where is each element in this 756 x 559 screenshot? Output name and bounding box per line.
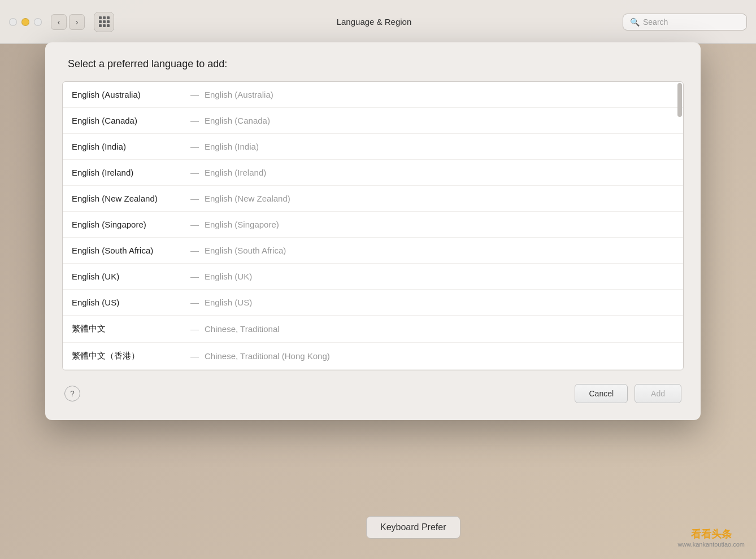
- language-item[interactable]: English (Ireland) — English (Ireland): [63, 160, 683, 186]
- language-dash: —: [190, 272, 199, 281]
- grid-icon: [99, 16, 110, 27]
- language-dash: —: [190, 324, 199, 334]
- window-controls: [9, 18, 42, 26]
- language-list-container: English (Australia) — English (Australia…: [62, 81, 684, 370]
- language-native-name: 繁體中文（香港）: [72, 351, 185, 361]
- search-placeholder: Search: [643, 18, 668, 27]
- language-english-name: English (Singapore): [205, 220, 279, 229]
- add-button[interactable]: Add: [635, 384, 681, 403]
- language-english-name: English (South Africa): [205, 246, 286, 255]
- language-native-name: English (Australia): [72, 90, 185, 99]
- language-item[interactable]: English (Australia) — English (Australia…: [63, 82, 683, 108]
- language-item[interactable]: English (Canada) — English (Canada): [63, 108, 683, 134]
- language-native-name: English (India): [72, 142, 185, 151]
- language-native-name: English (US): [72, 298, 185, 307]
- language-item[interactable]: English (UK) — English (UK): [63, 264, 683, 290]
- title-bar: ‹ › Language & Region 🔍 Search: [0, 0, 756, 44]
- language-item[interactable]: English (South Africa) — English (South …: [63, 238, 683, 264]
- back-icon: ‹: [58, 18, 60, 27]
- language-english-name: English (Australia): [205, 90, 273, 99]
- language-add-dialog: Select a preferred language to add: Engl…: [45, 42, 701, 420]
- back-button[interactable]: ‹: [51, 14, 67, 30]
- language-dash: —: [190, 194, 199, 203]
- search-box[interactable]: 🔍 Search: [623, 14, 747, 30]
- language-english-name: English (Canada): [205, 116, 270, 125]
- language-native-name: English (Singapore): [72, 220, 185, 229]
- scrollbar[interactable]: [677, 83, 682, 117]
- minimize-button[interactable]: [21, 18, 29, 26]
- language-native-name: English (South Africa): [72, 246, 185, 255]
- dialog-prompt: Select a preferred language to add:: [68, 58, 684, 70]
- forward-button[interactable]: ›: [69, 14, 85, 30]
- help-button[interactable]: ?: [64, 386, 80, 401]
- language-native-name: English (UK): [72, 272, 185, 281]
- close-button[interactable]: [9, 18, 17, 26]
- language-english-name: English (UK): [205, 272, 252, 281]
- language-english-name: Chinese, Traditional: [205, 324, 280, 334]
- language-dash: —: [190, 351, 199, 361]
- keyboard-preferences-button[interactable]: Keyboard Prefer: [366, 516, 460, 539]
- language-item[interactable]: English (US) — English (US): [63, 290, 683, 316]
- search-icon: 🔍: [630, 18, 640, 27]
- language-item[interactable]: 繁體中文（香港） — Chinese, Traditional (Hong Ko…: [63, 343, 683, 370]
- help-icon: ?: [70, 389, 75, 398]
- language-native-name: English (Ireland): [72, 168, 185, 177]
- language-dash: —: [190, 298, 199, 307]
- language-english-name: English (India): [205, 142, 259, 151]
- language-native-name: English (Canada): [72, 116, 185, 125]
- nav-buttons: ‹ ›: [51, 14, 85, 30]
- window-title: Language & Region: [125, 17, 623, 27]
- language-dash: —: [190, 246, 199, 255]
- action-buttons: Cancel Add: [575, 384, 681, 403]
- language-native-name: 繁體中文: [72, 324, 185, 334]
- language-english-name: English (US): [205, 298, 252, 307]
- language-item[interactable]: English (India) — English (India): [63, 134, 683, 160]
- forward-icon: ›: [76, 18, 79, 27]
- language-item[interactable]: English (Singapore) — English (Singapore…: [63, 212, 683, 238]
- language-english-name: English (New Zealand): [205, 194, 290, 203]
- language-list[interactable]: English (Australia) — English (Australia…: [63, 82, 683, 370]
- cancel-button[interactable]: Cancel: [575, 384, 628, 403]
- language-dash: —: [190, 142, 199, 151]
- language-dash: —: [190, 90, 199, 99]
- language-item[interactable]: English (New Zealand) — English (New Zea…: [63, 186, 683, 212]
- language-dash: —: [190, 168, 199, 177]
- language-english-name: English (Ireland): [205, 168, 266, 177]
- grid-view-button[interactable]: [94, 12, 114, 32]
- language-item[interactable]: 繁體中文 — Chinese, Traditional: [63, 316, 683, 343]
- language-dash: —: [190, 220, 199, 229]
- watermark: 看看头条 www.kankantoutiao.com: [677, 527, 745, 548]
- watermark-title: 看看头条: [677, 527, 745, 541]
- language-native-name: English (New Zealand): [72, 194, 185, 203]
- watermark-url: www.kankantoutiao.com: [677, 541, 745, 548]
- maximize-button[interactable]: [34, 18, 42, 26]
- language-english-name: Chinese, Traditional (Hong Kong): [205, 351, 330, 361]
- language-dash: —: [190, 116, 199, 125]
- dialog-footer: ? Cancel Add: [62, 384, 684, 403]
